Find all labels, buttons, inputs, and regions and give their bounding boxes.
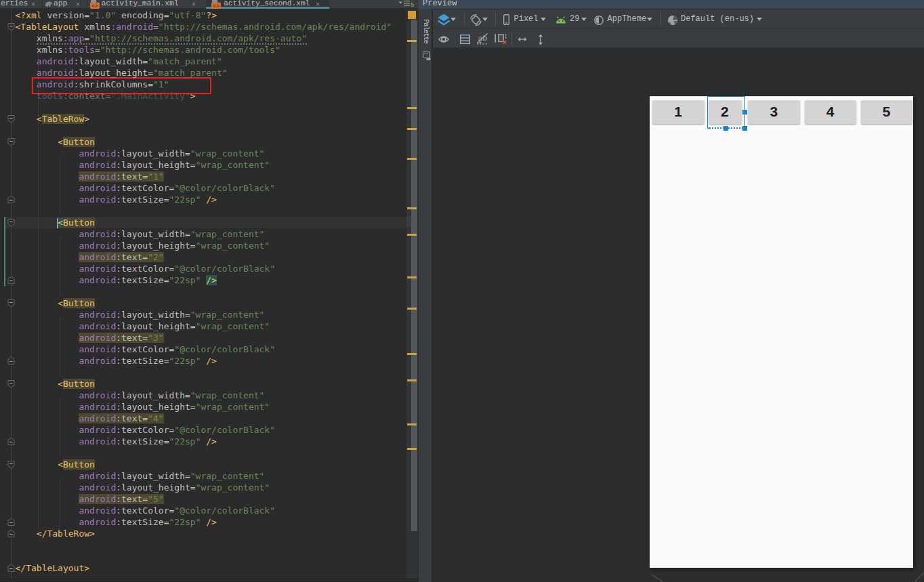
svg-text:<>: <> [213, 3, 219, 9]
svg-text:5: 5 [411, 2, 414, 8]
svg-text:<>: <> [91, 3, 98, 9]
